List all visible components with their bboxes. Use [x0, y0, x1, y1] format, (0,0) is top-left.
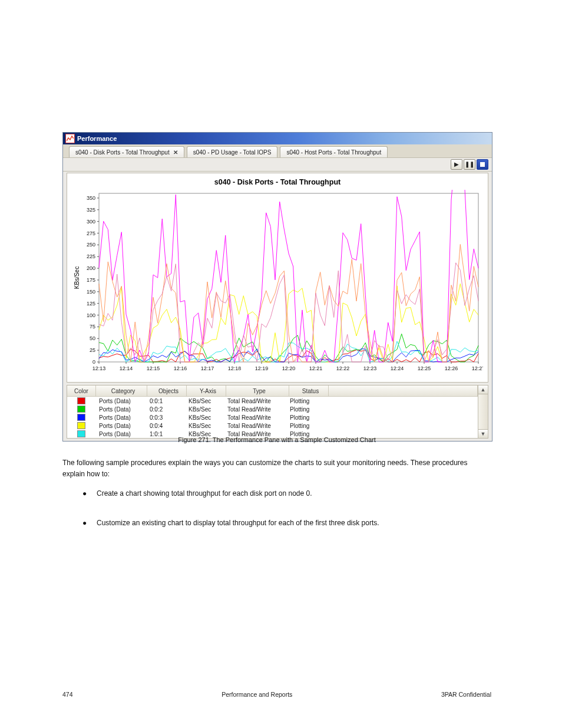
- bullet-icon: ●: [82, 518, 87, 529]
- svg-text:12:19: 12:19: [255, 365, 269, 371]
- svg-text:KBs/Sec: KBs/Sec: [74, 266, 80, 289]
- col-type[interactable]: Type: [226, 386, 289, 396]
- bullet-item: ● Create a chart showing total throughpu…: [82, 488, 491, 499]
- chart-card: s040 - Disk Ports - Total Throughput 025…: [67, 173, 488, 383]
- tab-pd-usage[interactable]: s040 - PD Usage - Total IOPS: [187, 146, 278, 157]
- close-icon[interactable]: ✕: [173, 149, 178, 156]
- footer-title: Performance and Reports: [73, 691, 441, 698]
- svg-text:12:25: 12:25: [418, 365, 431, 371]
- col-yaxis[interactable]: Y-Axis: [187, 386, 226, 396]
- svg-text:350: 350: [87, 195, 95, 201]
- pause-button[interactable]: ❚❚: [464, 159, 475, 170]
- color-swatch: [77, 406, 85, 413]
- cell-objects: 0:0:4: [146, 423, 185, 429]
- cell-status: Plotting: [286, 406, 325, 413]
- legend-row[interactable]: Ports (Data)0:0:1KBs/SecTotal Read/Write…: [67, 397, 478, 405]
- svg-text:12:27: 12:27: [472, 365, 483, 371]
- cell-objects: 0:0:2: [146, 406, 185, 413]
- tab-disk-ports[interactable]: s040 - Disk Ports - Total Throughput ✕: [69, 146, 184, 157]
- cell-category: Ports (Data): [95, 414, 146, 421]
- legend-header-row: Color Category Objects Y-Axis Type Statu…: [67, 386, 478, 397]
- svg-text:12:14: 12:14: [120, 365, 133, 371]
- legend-table: Color Category Objects Y-Axis Type Statu…: [67, 385, 478, 439]
- svg-text:12:26: 12:26: [445, 365, 458, 371]
- svg-text:75: 75: [90, 324, 95, 330]
- svg-text:50: 50: [90, 335, 95, 341]
- cell-type: Total Read/Write: [224, 414, 286, 421]
- cell-objects: 0:0:3: [146, 414, 185, 421]
- svg-text:150: 150: [87, 289, 95, 295]
- cell-yaxis: KBs/Sec: [185, 423, 224, 429]
- cell-yaxis: KBs/Sec: [185, 406, 224, 413]
- figure-caption: Figure 271. The Performance Pane with a …: [62, 436, 491, 443]
- legend-panel: Color Category Objects Y-Axis Type Statu…: [67, 385, 488, 439]
- svg-text:0: 0: [92, 359, 95, 365]
- tab-label: s040 - Disk Ports - Total Throughput: [75, 149, 170, 156]
- tab-label: s040 - Host Ports - Total Throughput: [286, 149, 381, 156]
- footer-confidential: 3PAR Confidential: [441, 691, 491, 698]
- chart-controls: ▶ ❚❚: [63, 158, 492, 172]
- svg-text:12:17: 12:17: [201, 365, 214, 371]
- cell-category: Ports (Data): [95, 423, 146, 429]
- col-color[interactable]: Color: [67, 386, 96, 396]
- svg-text:200: 200: [87, 265, 95, 271]
- body-paragraph: The following sample procedures explain …: [62, 457, 491, 479]
- performance-window: Performance s040 - Disk Ports - Total Th…: [62, 132, 492, 442]
- svg-text:12:20: 12:20: [282, 365, 296, 371]
- cell-type: Total Read/Write: [224, 423, 286, 429]
- play-button[interactable]: ▶: [451, 159, 462, 170]
- col-objects[interactable]: Objects: [147, 386, 187, 396]
- svg-text:12:24: 12:24: [391, 365, 404, 371]
- tab-host-ports[interactable]: s040 - Host Ports - Total Throughput: [280, 146, 388, 157]
- legend-scrollbar[interactable]: ▲ ▼: [478, 385, 488, 439]
- chart-title: s040 - Disk Ports - Total Throughput: [71, 176, 484, 190]
- svg-text:100: 100: [87, 312, 95, 318]
- scroll-up-icon[interactable]: ▲: [478, 386, 488, 394]
- cell-status: Plotting: [286, 423, 325, 429]
- color-swatch: [77, 414, 85, 421]
- chart-area: 0255075100125150175200225250275300325350…: [71, 190, 484, 378]
- svg-text:12:23: 12:23: [363, 365, 377, 371]
- cell-yaxis: KBs/Sec: [185, 414, 224, 421]
- svg-text:125: 125: [87, 301, 95, 307]
- color-swatch: [77, 397, 85, 404]
- cell-type: Total Read/Write: [224, 406, 286, 413]
- svg-text:250: 250: [87, 242, 95, 248]
- svg-text:12:18: 12:18: [228, 365, 242, 371]
- window-title: Performance: [77, 135, 117, 142]
- svg-text:275: 275: [87, 230, 95, 236]
- bullet-icon: ●: [82, 488, 87, 499]
- color-swatch: [77, 422, 85, 429]
- stop-button[interactable]: [477, 159, 488, 170]
- cell-category: Ports (Data): [95, 406, 146, 413]
- cell-category: Ports (Data): [95, 398, 146, 404]
- cell-yaxis: KBs/Sec: [185, 398, 224, 404]
- svg-text:12:16: 12:16: [174, 365, 187, 371]
- legend-row[interactable]: Ports (Data)0:0:4KBs/SecTotal Read/Write…: [67, 421, 478, 430]
- col-status[interactable]: Status: [289, 386, 329, 396]
- bullet-item: ● Customize an existing chart to display…: [82, 518, 491, 529]
- svg-text:12:21: 12:21: [309, 365, 323, 371]
- chart-icon: [65, 134, 75, 143]
- svg-text:175: 175: [87, 277, 95, 283]
- stop-icon: [480, 162, 485, 167]
- line-chart: 0255075100125150175200225250275300325350…: [71, 190, 483, 378]
- svg-text:25: 25: [90, 347, 95, 353]
- cell-status: Plotting: [286, 414, 325, 421]
- page-number: 474: [62, 691, 73, 698]
- tab-label: s040 - PD Usage - Total IOPS: [193, 149, 272, 156]
- page-footer: 474 Performance and Reports 3PAR Confide…: [62, 691, 491, 698]
- col-category[interactable]: Category: [96, 386, 147, 396]
- svg-text:325: 325: [87, 207, 95, 213]
- cell-objects: 0:0:1: [146, 398, 185, 404]
- titlebar[interactable]: Performance: [63, 133, 492, 144]
- tabs-row: s040 - Disk Ports - Total Throughput ✕ s…: [63, 144, 492, 158]
- svg-text:225: 225: [87, 253, 95, 259]
- legend-row[interactable]: Ports (Data)0:0:2KBs/SecTotal Read/Write…: [67, 405, 478, 413]
- cell-type: Total Read/Write: [224, 398, 286, 404]
- legend-row[interactable]: Ports (Data)0:0:3KBs/SecTotal Read/Write…: [67, 413, 478, 421]
- svg-text:12:22: 12:22: [336, 365, 350, 371]
- cell-status: Plotting: [286, 398, 325, 404]
- svg-text:12:13: 12:13: [92, 365, 106, 371]
- svg-text:300: 300: [87, 219, 95, 225]
